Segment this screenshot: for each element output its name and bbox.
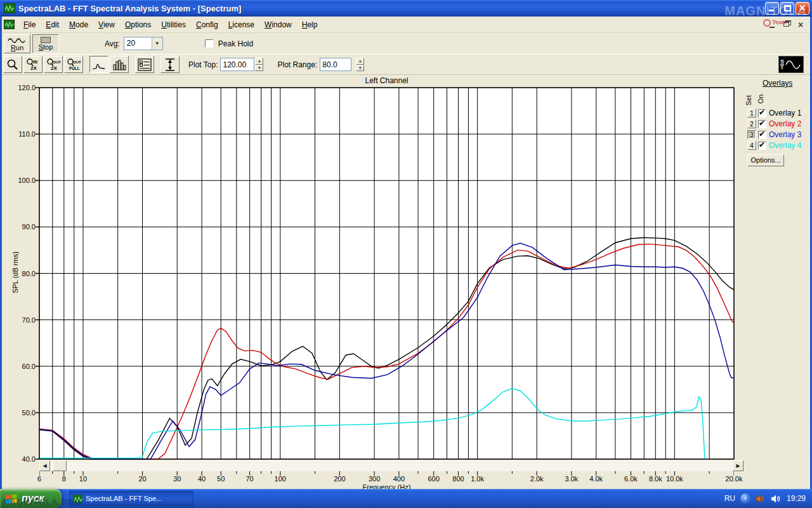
task-label: SpectraLAB - FFT Spe... xyxy=(86,495,162,502)
minimize-button[interactable] xyxy=(765,2,779,15)
x-tick-label: 400 xyxy=(385,475,413,483)
plot-title: Left Channel xyxy=(39,76,734,85)
run-label: Run xyxy=(11,44,23,51)
overlay-options-button[interactable]: Options... xyxy=(747,154,784,166)
sine-wave-icon xyxy=(8,36,27,44)
overlay-2-set-button[interactable]: 2 xyxy=(747,119,756,128)
plot-range-spinner[interactable]: ▲▼ xyxy=(356,58,364,71)
x-axis-labels: 681020304050701002003004006008001.0k2.0k… xyxy=(39,475,737,484)
on-column-label: On xyxy=(757,95,764,104)
plot-top-input[interactable] xyxy=(220,58,254,71)
stop-button[interactable]: Stop xyxy=(32,34,59,53)
x-tick-label: 600 xyxy=(420,475,448,483)
taskbar-task-spectralab[interactable]: SpectraLAB - FFT Spe... xyxy=(69,491,193,506)
y-tick-label: 40.0 xyxy=(0,455,36,463)
y-axis-title: SPL (dB rms) xyxy=(11,241,19,304)
maximize-button[interactable] xyxy=(780,2,794,15)
maximize-icon xyxy=(784,5,791,11)
run-button[interactable]: Run xyxy=(4,34,30,53)
zoom-out-full-button[interactable]: OUTFULL xyxy=(64,56,83,73)
x-tick-label: 200 xyxy=(325,475,353,483)
menu-options[interactable]: Options xyxy=(120,18,156,32)
chevron-down-icon[interactable]: ▼ xyxy=(152,37,162,50)
zoom-toolbar: IN2X OUT2X OUTFULL xyxy=(2,55,810,75)
line-spectrum-button[interactable] xyxy=(89,56,108,73)
title-bar: SpectraLAB - FFT Spectral Analysis Syste… xyxy=(0,0,812,17)
y-tick-label: 100.0 xyxy=(0,177,36,184)
overlay-4-set-button[interactable]: 4 xyxy=(747,141,756,150)
bar-spectrum-button[interactable] xyxy=(110,56,129,73)
zoom-out-full-icon: OUTFULL xyxy=(66,58,81,72)
menu-utilities[interactable]: Utilities xyxy=(156,18,191,32)
zoom-in-2x-icon: IN2X xyxy=(25,58,41,72)
overlay-4-label: Overlay 4 xyxy=(769,141,801,150)
spin-down-icon[interactable]: ▼ xyxy=(356,65,364,72)
close-button[interactable]: ✕ xyxy=(796,2,809,15)
svg-text:2X: 2X xyxy=(30,65,37,71)
spin-up-icon[interactable]: ▲ xyxy=(356,58,364,65)
start-label: пуск xyxy=(22,493,44,504)
overlay-1-set-button[interactable]: 1 xyxy=(747,109,756,117)
x-tick-label: 10 xyxy=(69,475,97,483)
overlay-3-checkbox[interactable] xyxy=(758,131,766,139)
zoom-in-2x-button[interactable]: IN2X xyxy=(23,56,43,73)
scrollbar-thumb[interactable] xyxy=(53,460,67,471)
volume-icon-orange[interactable] xyxy=(756,494,766,504)
x-tick-label: 3.0k xyxy=(558,475,586,483)
svg-text:OUT: OUT xyxy=(73,60,81,64)
menu-config[interactable]: Config xyxy=(191,18,223,32)
overlay-3-set-button[interactable]: 3 xyxy=(747,130,756,139)
transport-toolbar: Run Stop Avg: 20 ▼ Peak Hold xyxy=(2,33,810,55)
plot-top-label: Plot Top: xyxy=(188,60,218,69)
zoom-button[interactable] xyxy=(3,56,22,73)
plot-range-label: Plot Range: xyxy=(277,60,317,69)
scroll-right-button[interactable]: ▶ xyxy=(733,460,743,471)
display-options-button[interactable] xyxy=(135,56,154,73)
app-icon xyxy=(4,3,15,13)
overlay-1-checkbox[interactable] xyxy=(758,109,766,117)
vertical-range-button[interactable] xyxy=(160,56,180,73)
menu-edit[interactable]: Edit xyxy=(41,18,64,32)
y-tick-label: 110.0 xyxy=(0,130,36,138)
menu-license[interactable]: License xyxy=(223,18,259,32)
x-tick-label: 6.0k xyxy=(617,475,645,483)
peak-hold-label: Peak Hold xyxy=(218,39,253,48)
start-button[interactable]: пуск xyxy=(0,489,62,508)
signal-time-icon[interactable]: ST xyxy=(778,56,804,73)
horizontal-scrollbar[interactable]: ◀ ▶ xyxy=(39,460,743,471)
menu-mode[interactable]: Mode xyxy=(64,18,93,32)
y-tick-label: 120.0 xyxy=(0,84,36,91)
spin-up-icon[interactable]: ▲ xyxy=(255,58,263,65)
set-column-label: Set xyxy=(745,95,752,106)
volume-icon-white[interactable] xyxy=(771,494,782,504)
windows-flag-icon xyxy=(5,493,18,504)
language-indicator[interactable]: RU xyxy=(724,494,735,503)
overlay-2-label: Overlay 2 xyxy=(769,119,801,128)
avg-select[interactable]: 20 ▼ xyxy=(124,37,163,50)
menu-help[interactable]: Help xyxy=(297,18,323,32)
mdi-child-icon[interactable] xyxy=(4,20,15,29)
spin-down-icon[interactable]: ▼ xyxy=(255,65,263,72)
svg-text:2X: 2X xyxy=(51,65,57,71)
overlay-4-checkbox[interactable] xyxy=(758,142,766,150)
scroll-left-button[interactable]: ◀ xyxy=(39,460,50,471)
plot-range-input[interactable] xyxy=(320,58,351,71)
window-title: SpectraLAB - FFT Spectral Analysis Syste… xyxy=(18,4,241,13)
x-tick-label: 10.0k xyxy=(660,475,688,483)
task-icon xyxy=(73,495,82,503)
overlay-2-checkbox[interactable] xyxy=(758,120,766,128)
menu-view[interactable]: View xyxy=(93,18,120,32)
plot-top-spinner[interactable]: ▲▼ xyxy=(255,58,263,71)
mdi-close-button[interactable]: × xyxy=(796,20,805,29)
menu-window[interactable]: Window xyxy=(259,18,297,32)
menu-file[interactable]: File xyxy=(18,18,41,32)
hide-icons-chevron[interactable]: ‹ xyxy=(740,493,750,504)
overlays-panel: Overlays Set On 1 Overlay 1 2 Overlay 2 … xyxy=(747,77,811,166)
mdi-restore-button[interactable] xyxy=(782,20,792,29)
mdi-minimize-button[interactable] xyxy=(768,20,778,29)
x-tick-label: 300 xyxy=(360,475,388,483)
zoom-out-2x-button[interactable]: OUT2X xyxy=(44,56,63,73)
magnifier-icon xyxy=(6,58,19,71)
peak-hold-checkbox[interactable] xyxy=(205,39,213,48)
zoom-out-2x-icon: OUT2X xyxy=(46,58,61,72)
